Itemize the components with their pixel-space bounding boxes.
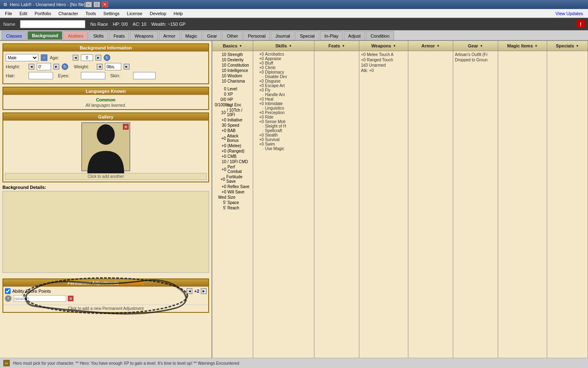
eyes-input[interactable]: [81, 72, 105, 79]
age-decrement[interactable]: ◄: [73, 55, 78, 61]
tab-classes[interactable]: Classes: [2, 31, 27, 40]
portrait-container[interactable]: ✕: [81, 122, 130, 171]
age-input[interactable]: [81, 54, 93, 61]
tab-magic[interactable]: Magic: [181, 31, 202, 40]
height-input[interactable]: [37, 63, 51, 70]
basics-other-row: +0Attack Bonus: [213, 133, 252, 143]
weapon-row: 1d3 Unarmed: [360, 63, 407, 68]
skill-row: +0Intimidate: [254, 101, 313, 106]
col-header-weapons[interactable]: Weapons▼: [359, 41, 408, 51]
col-header-gear[interactable]: Gear▼: [453, 41, 498, 51]
tab-feats[interactable]: Feats: [109, 31, 129, 40]
permanent-adjustments-header: Permanent Adjustments (1 enabled): [3, 279, 208, 287]
weight-decrement[interactable]: ◄: [97, 64, 102, 70]
add-portrait-button[interactable]: Click to add another: [5, 173, 207, 180]
skin-label: Skin:: [110, 73, 131, 78]
portrait-close-button[interactable]: ✕: [123, 124, 129, 130]
close-button[interactable]: ✕: [102, 2, 108, 7]
tab-background[interactable]: Background: [27, 31, 62, 40]
hp-stat: HP: 0/0: [113, 22, 128, 27]
weight-input[interactable]: [105, 63, 121, 70]
basics-panel: 10Strength10Dexterity10Constitution10Int…: [212, 51, 253, 358]
status-bar: H Hero must pick for your character. ** …: [0, 358, 588, 368]
height-increment[interactable]: ►: [53, 64, 59, 70]
tab-abilities[interactable]: Abilities: [63, 31, 88, 40]
tab-special[interactable]: Special: [295, 31, 319, 40]
tab-armor[interactable]: Armor: [159, 31, 180, 40]
view-updates-link[interactable]: View Updates: [552, 10, 586, 17]
basics-other-row: +0CMB: [213, 154, 252, 159]
age-refresh[interactable]: ↻: [104, 54, 110, 61]
language-note: All languages learned.: [5, 103, 207, 108]
weapon-row: +0 Melee Touch A: [360, 52, 407, 57]
maximize-button[interactable]: □: [94, 2, 100, 7]
bg-details-textarea[interactable]: [2, 191, 209, 273]
hero-icon: H: [3, 360, 10, 366]
tab-gear[interactable]: Gear: [203, 31, 221, 40]
basics-other-row: 0/0HP: [213, 97, 252, 102]
tab-condition[interactable]: Condition: [366, 31, 394, 40]
perm-adj-help[interactable]: ?: [5, 295, 11, 302]
tab-other[interactable]: Other: [222, 31, 243, 40]
tab-adjust[interactable]: Adjust: [344, 31, 365, 40]
add-permanent-adjustment-button[interactable]: Click to add a new Permanent Adjustment: [3, 305, 208, 312]
basics-other-row: 0/100lbs,Lgt Enc: [213, 102, 252, 108]
perm-adj-increment[interactable]: ►: [201, 288, 207, 294]
col-header-magic[interactable]: Magic Items▼: [498, 41, 547, 51]
feats-panel: [314, 51, 359, 358]
perm-adj-decrement[interactable]: ◄: [187, 288, 192, 294]
basics-other-row: 0XP: [213, 92, 252, 97]
col-header-skills[interactable]: Skills▼: [253, 41, 314, 51]
menu-edit[interactable]: Edit: [16, 10, 31, 17]
age-label: Age:: [50, 55, 70, 60]
hair-input[interactable]: [29, 72, 53, 79]
tab-inplay[interactable]: In-Play: [320, 31, 343, 40]
skill-row: +0Disguise: [254, 79, 313, 83]
basics-other-row: +0Reflex Save: [213, 184, 252, 189]
skill-row: +0Swim: [254, 142, 313, 146]
titlebar: ⚙ Hero Lab® - Unnamed Hero - [No file] –…: [0, 0, 588, 9]
background-info-section: Background Information Male Female ♂ Age…: [2, 43, 209, 84]
col-header-specials[interactable]: Specials▼: [547, 41, 588, 51]
menu-license[interactable]: License: [124, 10, 146, 17]
tab-journal[interactable]: Journal: [271, 31, 294, 40]
gender-select[interactable]: Male Female: [6, 54, 38, 61]
gender-icon[interactable]: ♂: [41, 54, 47, 61]
weight-increment[interactable]: ►: [124, 64, 129, 70]
col-header-armor[interactable]: Armor▼: [408, 41, 453, 51]
col-header-feats[interactable]: Feats▼: [314, 41, 359, 51]
tab-personal[interactable]: Personal: [243, 31, 270, 40]
skill-row: -Disable Dev: [254, 74, 313, 79]
name-input[interactable]: [20, 20, 85, 28]
titlebar-title: Hero Lab® - Unnamed Hero - [No file]: [10, 2, 85, 7]
col-header-basics[interactable]: Basics▼: [212, 41, 253, 51]
gear-row: Artisan's Outfit (Fr: [454, 52, 497, 57]
skill-row: -Handle Ani: [254, 92, 313, 97]
perm-adj-source[interactable]: [13, 295, 66, 302]
height-decrement[interactable]: ◄: [29, 64, 34, 70]
name-label: Name: [3, 22, 15, 27]
tab-skills[interactable]: Skills: [89, 31, 108, 40]
tab-weapons[interactable]: Weapons: [130, 31, 158, 40]
skin-input[interactable]: [133, 72, 156, 79]
minimize-button[interactable]: –: [85, 2, 92, 7]
menu-help[interactable]: Help: [170, 10, 186, 17]
panels-row: 10Strength10Dexterity10Constitution10Int…: [212, 51, 588, 358]
perm-adj-checkbox[interactable]: [5, 288, 11, 294]
height-refresh[interactable]: ↻: [62, 63, 68, 70]
skill-row: +0Diplomacy: [254, 70, 313, 74]
menu-develop[interactable]: Develop: [147, 10, 169, 17]
age-increment[interactable]: ►: [96, 55, 101, 61]
perm-adj-delete[interactable]: ✕: [68, 296, 74, 301]
basics-other-row: +0(Ranged): [213, 148, 252, 154]
basics-other-row: +0(Melee): [213, 143, 252, 148]
bg-details-label: Background Details:: [2, 185, 209, 190]
basics-other-row: 0Level: [213, 86, 252, 92]
menu-tools[interactable]: Tools: [82, 10, 99, 17]
menu-settings[interactable]: Settings: [100, 10, 123, 17]
background-info-header: Background Information: [3, 44, 208, 52]
menu-portfolio[interactable]: Portfolio: [31, 10, 54, 17]
menu-character[interactable]: Character: [55, 10, 81, 17]
languages-header: Languages Known: [3, 88, 208, 95]
menu-file[interactable]: File: [2, 10, 16, 17]
